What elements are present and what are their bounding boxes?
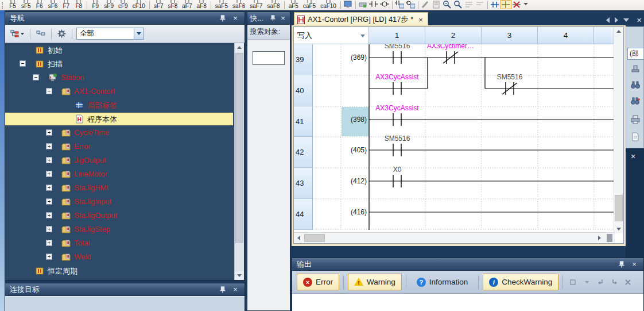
tab-scroll-right-icon[interactable] [615, 17, 618, 23]
expand-icon[interactable] [46, 240, 52, 246]
expand-icon[interactable] [46, 129, 52, 136]
scroll-down-icon[interactable] [235, 271, 244, 280]
no-contact[interactable]: AX3CycAssist [375, 73, 419, 95]
ladder-key-caf5[interactable]: caF5 [301, 0, 318, 10]
ladder-key-cf9[interactable]: cF9 [116, 0, 130, 10]
row-number-43[interactable]: 43 [294, 168, 313, 199]
tab-list-icon[interactable] [623, 18, 629, 22]
ladder-canvas[interactable]: (369)SM5516AX3Cyctimer…AX3CycAssistSM551… [313, 44, 615, 230]
tree-scroll-thumb[interactable] [235, 53, 243, 243]
scroll-down-icon[interactable] [614, 225, 623, 233]
list-icon[interactable] [431, 0, 442, 9]
ladder-key-f8[interactable]: F8 [72, 0, 85, 10]
dropdown-icon[interactable] [581, 277, 592, 288]
nc-contact[interactable]: AX3Cyctimer… [427, 44, 474, 64]
ladder-key-f5[interactable]: F5 [6, 0, 19, 10]
tree-item-linemotor[interactable]: LineMotor [5, 167, 245, 181]
tree-item-程序本体[interactable]: 程序本体 [5, 112, 245, 126]
no-contact[interactable]: X0 [393, 166, 402, 187]
row-number-41[interactable]: 41 [294, 106, 313, 137]
expand-icon[interactable] [46, 185, 52, 191]
tree-item-stajighmi[interactable]: StaJigHMI [5, 181, 245, 195]
printer-icon[interactable] [630, 114, 641, 125]
clear-messages-icon[interactable] [622, 277, 634, 288]
row-number-39[interactable]: 39 [294, 44, 313, 75]
next-message-icon[interactable] [608, 277, 620, 288]
close-icon[interactable]: × [630, 260, 639, 268]
pin-icon[interactable] [268, 14, 277, 22]
tree-item-stajiginput[interactable]: StaJigInput [5, 195, 245, 209]
close-icon[interactable]: × [631, 152, 635, 161]
tree-item-局部标签[interactable]: 局部标签 [5, 98, 245, 112]
ladder-key-sf7[interactable]: sF7 [152, 0, 166, 10]
row-number-44[interactable]: 44 [294, 199, 313, 230]
wire-insert-icon[interactable] [490, 0, 501, 9]
tree-item-初始[interactable]: 初始 [5, 43, 245, 57]
monitor-icon[interactable] [343, 0, 354, 9]
ladder-key-sf9[interactable]: sF9 [102, 0, 116, 10]
tree-filter-combobox[interactable]: 全部 [76, 28, 144, 40]
edit-icon[interactable] [420, 0, 431, 9]
row-number-42[interactable]: 42 [294, 137, 313, 168]
ladder-key-sf8[interactable]: sF8 [166, 0, 180, 10]
ladder-key-af5[interactable]: aF5 [286, 0, 301, 10]
ladder-key-f7[interactable]: F7 [60, 0, 72, 10]
no-contact[interactable]: SM5516 [385, 135, 410, 156]
editor-close-icon[interactable]: × [637, 15, 642, 25]
pin-icon[interactable] [218, 286, 227, 294]
close-icon[interactable]: × [278, 14, 288, 22]
expand-icon[interactable] [46, 171, 52, 177]
ladder-key-af8[interactable]: aF8 [195, 0, 209, 10]
coil-table-icon[interactable] [405, 0, 416, 9]
output-filter-warning-button[interactable]: !Warning [348, 274, 402, 290]
tree-collapse-icon[interactable] [34, 28, 47, 40]
tab-scroll-left-icon[interactable] [606, 17, 610, 23]
zoom-in-icon[interactable] [442, 0, 453, 9]
contact-table-icon[interactable] [394, 0, 405, 9]
expand-icon[interactable] [46, 226, 52, 232]
row-number-40[interactable]: 40 [294, 75, 313, 106]
tree-item-扫描[interactable]: 扫描 [5, 57, 245, 71]
ladder-key-sf6[interactable]: sF6 [46, 0, 60, 10]
mode-header-cell[interactable]: 写入 [294, 27, 369, 44]
ladder-key-f9[interactable]: F9 [89, 0, 102, 10]
ladder-vscrollbar[interactable] [614, 27, 623, 233]
ladder-key-cf10[interactable]: cF10 [130, 0, 148, 10]
tree-item-ax1-contorl[interactable]: AX1-Contorl [5, 85, 245, 98]
scroll-grip[interactable] [607, 234, 612, 242]
expand-icon[interactable] [46, 157, 52, 163]
search-input[interactable] [253, 51, 285, 65]
ladder-key-saf8[interactable]: saF8 [265, 0, 282, 10]
tree-item-error[interactable]: Error [5, 140, 245, 153]
scroll-right-icon[interactable] [595, 233, 604, 243]
open-contact-icon[interactable] [368, 0, 379, 9]
pin-icon[interactable] [617, 260, 626, 268]
tab-ax1-contorl[interactable]: AX1-Contorl [PRG] [LD] 417步 * × [294, 12, 428, 26]
toolbar-overflow-icon[interactable] [523, 0, 528, 7]
collapse-icon[interactable] [33, 74, 39, 80]
tree-item-station[interactable]: Station [5, 71, 245, 85]
tree-item-jigoutput[interactable]: JigOutput [5, 153, 245, 167]
toolbar-drag-handle[interactable] [2, 2, 5, 9]
output-filter-checkwarning-button[interactable]: iCheckWarning [483, 274, 558, 290]
tab-close-icon[interactable]: × [418, 16, 423, 24]
expand-icon[interactable] [46, 198, 52, 205]
scroll-left-icon[interactable] [294, 233, 303, 243]
tree-item-weld[interactable]: Weld [5, 250, 245, 264]
ladder-key-sf5[interactable]: sF5 [19, 0, 33, 10]
tree-item-恒定周期[interactable]: 恒定周期 [5, 264, 245, 278]
ladder-hscroll-thumb[interactable] [304, 234, 325, 242]
collapse-icon[interactable] [46, 88, 52, 94]
binoculars-icon[interactable] [630, 80, 641, 90]
coil-icon[interactable] [379, 0, 390, 9]
expand-icon[interactable] [46, 143, 52, 149]
close-icon[interactable]: × [231, 286, 240, 294]
tree-item-total[interactable]: Total [5, 236, 245, 250]
tree-scrollbar[interactable] [234, 43, 244, 280]
tree-item-cycletime[interactable]: CycleTime [5, 126, 245, 140]
prev-message-icon[interactable] [595, 277, 606, 288]
binoculars-plus-icon[interactable] [630, 96, 641, 106]
ladder-key-caf10[interactable]: caF10 [318, 0, 339, 10]
stop-monitor-icon[interactable] [567, 277, 579, 288]
no-contact[interactable]: SM5516 [385, 44, 410, 64]
